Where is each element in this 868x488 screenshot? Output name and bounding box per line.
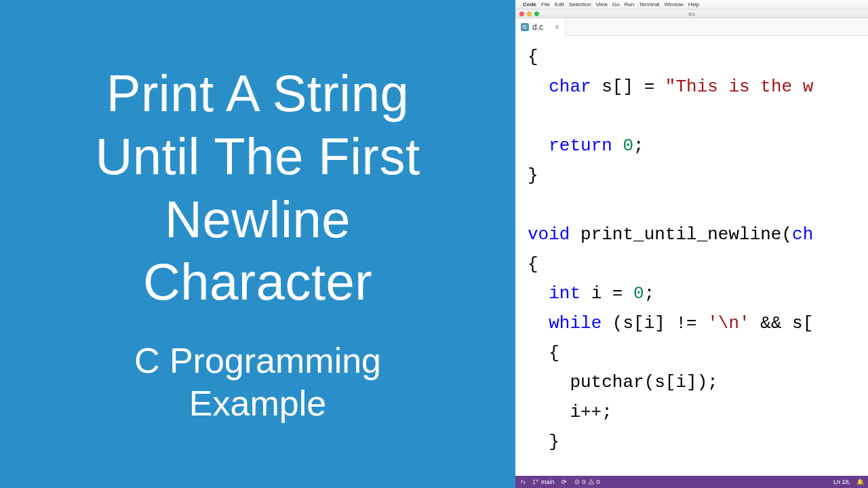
status-bar-left: main ⟳ 0 0	[519, 479, 600, 485]
git-branch-icon	[532, 479, 539, 485]
code-text: s[] =	[591, 77, 665, 97]
code-string: '\n'	[707, 313, 749, 333]
git-branch-name: main	[541, 479, 555, 485]
problems-indicator[interactable]: 0 0	[574, 479, 600, 485]
code-number: 0	[623, 136, 633, 156]
close-window-button[interactable]	[519, 12, 524, 16]
sync-button[interactable]: ⟳	[561, 479, 568, 485]
tab-filename: d.c	[532, 22, 543, 32]
code-text: print_until_newline(	[570, 224, 792, 245]
code-keyword: char	[549, 77, 591, 97]
cursor-position[interactable]: Ln 18,	[833, 479, 850, 485]
menu-edit[interactable]: Edit	[555, 1, 564, 7]
vscode-window: Code File Edit Selection View Go Run Ter…	[515, 0, 868, 488]
code-text: ;	[644, 283, 655, 304]
remote-icon	[519, 479, 526, 485]
warning-icon	[588, 479, 595, 485]
code-editor[interactable]: { char s[] = "This is the w return 0; } …	[515, 36, 868, 476]
cursor-position-text: Ln 18,	[833, 479, 850, 485]
status-bar: main ⟳ 0 0 Ln 18, 🔔	[515, 476, 868, 488]
menu-selection[interactable]: Selection	[569, 1, 591, 7]
error-count: 0	[583, 479, 586, 485]
minimize-window-button[interactable]	[527, 12, 532, 16]
traffic-lights	[519, 12, 539, 16]
code-line: i++;	[528, 402, 612, 422]
menu-file[interactable]: File	[541, 1, 550, 7]
code-line: {	[528, 254, 538, 274]
code-line: {	[528, 47, 538, 67]
code-keyword: int	[549, 283, 580, 304]
maximize-window-button[interactable]	[534, 12, 539, 16]
code-text: ;	[633, 136, 644, 156]
menu-help[interactable]: Help	[688, 1, 699, 7]
thumbnail-title-panel: Print A String Until The First Newline C…	[0, 0, 515, 488]
code-line: }	[528, 165, 538, 186]
code-line: {	[528, 343, 559, 363]
thumbnail-subtitle: C Programming Example	[134, 340, 381, 426]
error-icon	[574, 479, 580, 485]
code-line: putchar(s[i]);	[528, 372, 718, 392]
subtitle-line-1: C Programming	[134, 341, 381, 380]
code-text: && s[	[750, 313, 814, 333]
window-titlebar[interactable]: d.c	[515, 9, 868, 18]
code-string: "This is the w	[665, 77, 813, 97]
code-line: }	[528, 432, 559, 452]
code-keyword: while	[549, 313, 601, 333]
title-line-3: Newline	[165, 190, 351, 248]
title-line-4: Character	[143, 253, 372, 310]
menubar-app-name[interactable]: Code	[523, 1, 536, 7]
editor-tab[interactable]: C d.c ×	[515, 18, 566, 36]
tab-close-icon[interactable]: ×	[555, 22, 559, 32]
title-line-1: Print A String	[106, 64, 409, 122]
menu-terminal[interactable]: Terminal	[639, 1, 659, 7]
code-text: i =	[580, 283, 633, 304]
thumbnail-title: Print A String Until The First Newline C…	[95, 62, 420, 314]
menu-window[interactable]: Window	[664, 1, 683, 7]
warning-count: 0	[597, 479, 600, 485]
remote-indicator[interactable]	[519, 479, 526, 485]
menu-view[interactable]: View	[596, 1, 608, 7]
editor-tab-bar: C d.c ×	[515, 18, 868, 36]
menu-go[interactable]: Go	[612, 1, 620, 7]
bell-icon: 🔔	[856, 479, 864, 485]
code-text	[612, 136, 623, 156]
menu-run[interactable]: Run	[624, 1, 634, 7]
window-title: d.c	[688, 12, 694, 16]
mac-menubar[interactable]: Code File Edit Selection View Go Run Ter…	[515, 0, 868, 9]
code-keyword: ch	[792, 224, 813, 245]
status-bar-right: Ln 18, 🔔	[833, 479, 864, 485]
subtitle-line-2: Example	[189, 384, 326, 423]
sync-icon: ⟳	[561, 479, 568, 485]
title-line-2: Until The First	[95, 127, 420, 185]
code-text: (s[i] !=	[601, 313, 707, 333]
c-file-icon: C	[521, 23, 529, 31]
code-keyword: void	[528, 224, 570, 245]
notifications-button[interactable]: 🔔	[856, 479, 864, 485]
code-number: 0	[633, 283, 644, 304]
code-keyword: return	[549, 136, 612, 156]
git-branch[interactable]: main	[532, 479, 555, 485]
